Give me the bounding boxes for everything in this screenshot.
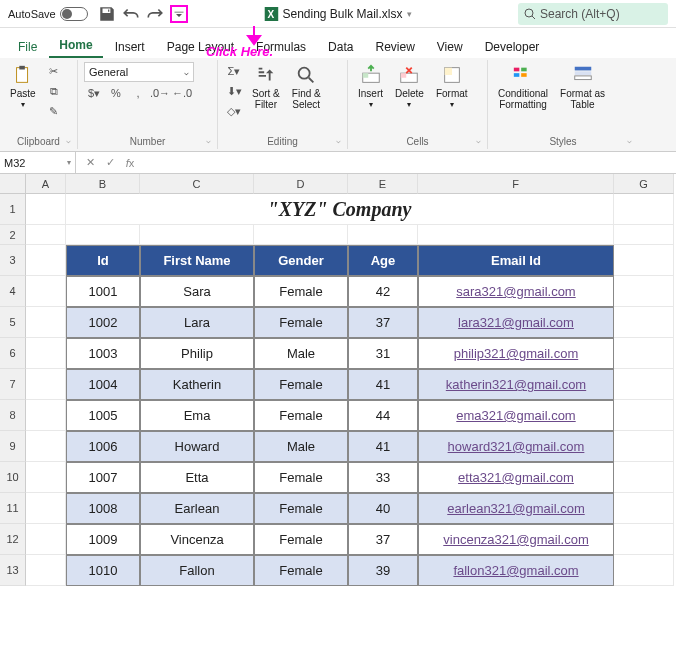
delete-cells-button[interactable]: Delete▾ — [391, 62, 428, 112]
cell-email[interactable]: earlean321@gmail.com — [418, 493, 614, 524]
fill-icon[interactable]: ⬇▾ — [224, 82, 244, 100]
cell-email[interactable]: sara321@gmail.com — [418, 276, 614, 307]
cell-email[interactable]: vincenza321@gmail.com — [418, 524, 614, 555]
cell-firstname[interactable]: Howard — [140, 431, 254, 462]
cell-firstname[interactable]: Katherin — [140, 369, 254, 400]
cell[interactable] — [26, 555, 66, 586]
cell-gender[interactable]: Female — [254, 462, 348, 493]
chevron-down-icon[interactable]: ▾ — [407, 9, 412, 19]
header-firstname[interactable]: First Name — [140, 245, 254, 276]
cell-email[interactable]: etta321@gmail.com — [418, 462, 614, 493]
cell-email[interactable]: philip321@gmail.com — [418, 338, 614, 369]
copy-icon[interactable]: ⧉ — [44, 82, 64, 100]
cell[interactable] — [26, 462, 66, 493]
cell-gender[interactable]: Female — [254, 524, 348, 555]
row-header[interactable]: 4 — [0, 276, 26, 307]
row-header[interactable]: 7 — [0, 369, 26, 400]
autosave-toggle[interactable]: AutoSave — [8, 7, 88, 21]
row-header[interactable]: 3 — [0, 245, 26, 276]
header-id[interactable]: Id — [66, 245, 140, 276]
cell-gender[interactable]: Female — [254, 555, 348, 586]
cell[interactable] — [614, 493, 674, 524]
cell[interactable] — [614, 194, 674, 225]
row-header[interactable]: 9 — [0, 431, 26, 462]
cell-id[interactable]: 1003 — [66, 338, 140, 369]
cell[interactable] — [614, 400, 674, 431]
cell-gender[interactable]: Female — [254, 493, 348, 524]
tab-developer[interactable]: Developer — [475, 36, 550, 58]
cell-firstname[interactable]: Etta — [140, 462, 254, 493]
row-header[interactable]: 6 — [0, 338, 26, 369]
cell-firstname[interactable]: Vincenza — [140, 524, 254, 555]
cell[interactable] — [26, 194, 66, 225]
cell[interactable] — [26, 524, 66, 555]
cell[interactable] — [26, 245, 66, 276]
cell[interactable] — [614, 245, 674, 276]
redo-icon[interactable] — [146, 5, 164, 23]
toggle-off-icon[interactable] — [60, 7, 88, 21]
cell-gender[interactable]: Male — [254, 431, 348, 462]
cell[interactable] — [66, 225, 140, 245]
search-input[interactable]: Search (Alt+Q) — [518, 3, 668, 25]
cell-email[interactable]: howard321@gmail.com — [418, 431, 614, 462]
cell[interactable] — [614, 462, 674, 493]
row-header[interactable]: 11 — [0, 493, 26, 524]
cell-email[interactable]: ema321@gmail.com — [418, 400, 614, 431]
header-age[interactable]: Age — [348, 245, 418, 276]
tab-home[interactable]: Home — [49, 34, 102, 58]
format-cells-button[interactable]: Format▾ — [432, 62, 472, 112]
col-header[interactable]: E — [348, 174, 418, 194]
cell-age[interactable]: 31 — [348, 338, 418, 369]
tab-insert[interactable]: Insert — [105, 36, 155, 58]
cell-firstname[interactable]: Sara — [140, 276, 254, 307]
cell-id[interactable]: 1001 — [66, 276, 140, 307]
cell[interactable] — [418, 225, 614, 245]
cell-firstname[interactable]: Philip — [140, 338, 254, 369]
col-header[interactable]: D — [254, 174, 348, 194]
header-email[interactable]: Email Id — [418, 245, 614, 276]
cell-gender[interactable]: Female — [254, 400, 348, 431]
cell-age[interactable]: 44 — [348, 400, 418, 431]
cell-age[interactable]: 39 — [348, 555, 418, 586]
cell[interactable] — [26, 276, 66, 307]
find-select-button[interactable]: Find & Select — [288, 62, 325, 112]
increase-decimal-icon[interactable]: .0→ — [150, 84, 170, 102]
autosum-icon[interactable]: Σ▾ — [224, 62, 244, 80]
cell[interactable] — [614, 524, 674, 555]
currency-icon[interactable]: $▾ — [84, 84, 104, 102]
row-header[interactable]: 10 — [0, 462, 26, 493]
cell[interactable] — [614, 225, 674, 245]
row-header[interactable]: 5 — [0, 307, 26, 338]
cell-gender[interactable]: Male — [254, 338, 348, 369]
conditional-formatting-button[interactable]: Conditional Formatting — [494, 62, 552, 112]
cell-age[interactable]: 37 — [348, 307, 418, 338]
cell[interactable] — [26, 338, 66, 369]
number-format-combo[interactable]: General⌵ — [84, 62, 194, 82]
cell[interactable] — [26, 431, 66, 462]
cell[interactable] — [348, 225, 418, 245]
tab-review[interactable]: Review — [365, 36, 424, 58]
cell-firstname[interactable]: Earlean — [140, 493, 254, 524]
row-header[interactable]: 2 — [0, 225, 26, 245]
format-as-table-button[interactable]: Format as Table — [556, 62, 609, 112]
cell[interactable] — [614, 555, 674, 586]
decrease-decimal-icon[interactable]: ←.0 — [172, 84, 192, 102]
company-title[interactable]: "XYZ" Company — [66, 194, 614, 225]
name-box[interactable]: M32▾ — [0, 152, 76, 173]
percent-icon[interactable]: % — [106, 84, 126, 102]
cell[interactable] — [614, 338, 674, 369]
tab-data[interactable]: Data — [318, 36, 363, 58]
cell[interactable] — [614, 307, 674, 338]
cell[interactable] — [614, 276, 674, 307]
select-all-corner[interactable] — [0, 174, 26, 194]
cut-icon[interactable]: ✂ — [44, 62, 64, 80]
col-header[interactable]: F — [418, 174, 614, 194]
cell-gender[interactable]: Female — [254, 307, 348, 338]
clear-icon[interactable]: ◇▾ — [224, 102, 244, 120]
header-gender[interactable]: Gender — [254, 245, 348, 276]
cell-firstname[interactable]: Fallon — [140, 555, 254, 586]
cell-id[interactable]: 1008 — [66, 493, 140, 524]
cell-email[interactable]: lara321@gmail.com — [418, 307, 614, 338]
cell-id[interactable]: 1010 — [66, 555, 140, 586]
save-icon[interactable] — [98, 5, 116, 23]
